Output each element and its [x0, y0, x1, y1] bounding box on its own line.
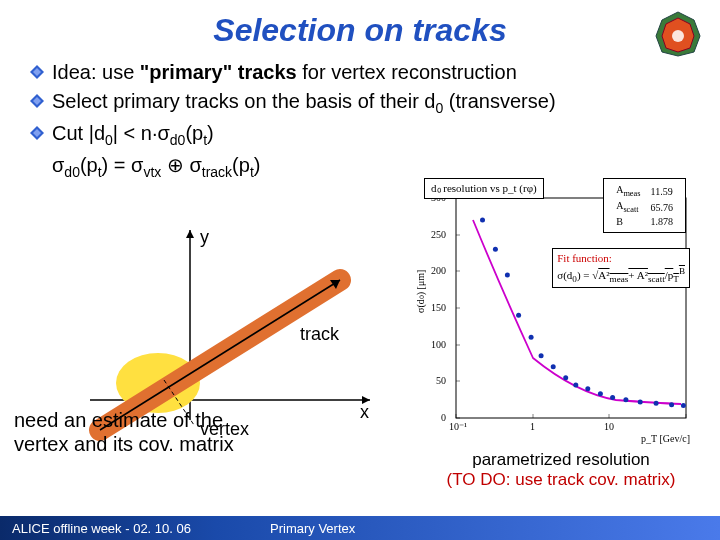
- svg-point-52: [598, 391, 603, 396]
- bullet-text: Cut |d0| < n·σd0(pt): [52, 120, 214, 150]
- svg-text:0: 0: [441, 412, 446, 423]
- svg-point-57: [669, 402, 674, 407]
- svg-point-54: [623, 397, 628, 402]
- svg-point-58: [681, 403, 686, 408]
- svg-point-51: [585, 386, 590, 391]
- svg-text:10⁻¹: 10⁻¹: [449, 421, 467, 432]
- svg-point-53: [610, 395, 615, 400]
- chart-caption: parametrized resolution (TO DO: use trac…: [416, 450, 706, 490]
- svg-point-48: [551, 364, 556, 369]
- need-text: need an estimate of the vertex and its c…: [14, 408, 274, 456]
- svg-point-42: [480, 218, 485, 223]
- chart-title: d₀ resolution vs p_t (rφ): [424, 178, 544, 199]
- svg-point-2: [672, 30, 684, 42]
- svg-point-49: [563, 375, 568, 380]
- fit-stats-box: Ameas11.59 Ascatt65.76 B1.878: [603, 178, 686, 233]
- svg-point-43: [493, 247, 498, 252]
- svg-text:1: 1: [530, 421, 535, 432]
- svg-text:200: 200: [431, 265, 446, 276]
- slide-title: Selection on tracks: [0, 0, 720, 57]
- svg-point-47: [539, 353, 544, 358]
- svg-point-50: [573, 383, 578, 388]
- x-axis-label: x: [360, 402, 369, 422]
- y-axis-label: y: [200, 227, 209, 247]
- diamond-bullet-icon: [30, 65, 44, 79]
- track-label: track: [300, 324, 340, 344]
- svg-point-46: [529, 335, 534, 340]
- footer-bar: ALICE offline week - 02. 10. 06 Primary …: [0, 516, 720, 540]
- bullet-text: Select primary tracks on the basis of th…: [52, 88, 556, 118]
- svg-marker-12: [186, 230, 194, 238]
- svg-point-45: [516, 313, 521, 318]
- svg-text:150: 150: [431, 302, 446, 313]
- footer-left: ALICE offline week - 02. 10. 06: [0, 521, 191, 536]
- bullet-text: Idea: use "primary" tracks for vertex re…: [52, 59, 517, 86]
- bullet-list: Idea: use "primary" tracks for vertex re…: [0, 59, 720, 182]
- svg-point-44: [505, 273, 510, 278]
- resolution-chart: d₀ resolution vs p_t (rφ) Ameas11.59 Asc…: [416, 178, 706, 448]
- svg-text:100: 100: [431, 339, 446, 350]
- svg-text:250: 250: [431, 229, 446, 240]
- svg-point-56: [654, 401, 659, 406]
- svg-text:10: 10: [604, 421, 614, 432]
- svg-text:p_T [Gev/c]: p_T [Gev/c]: [641, 433, 690, 444]
- diamond-bullet-icon: [30, 126, 44, 140]
- alice-logo: [654, 10, 702, 58]
- svg-text:50: 50: [436, 375, 446, 386]
- diamond-bullet-icon: [30, 94, 44, 108]
- fit-function-box: Fit function: σ(d0) = √A²meas+ A²scatt/p…: [552, 248, 690, 288]
- svg-point-55: [638, 399, 643, 404]
- footer-center: Primary Vertex: [270, 521, 355, 536]
- svg-text:σ(d₀) [μm]: σ(d₀) [μm]: [416, 270, 427, 313]
